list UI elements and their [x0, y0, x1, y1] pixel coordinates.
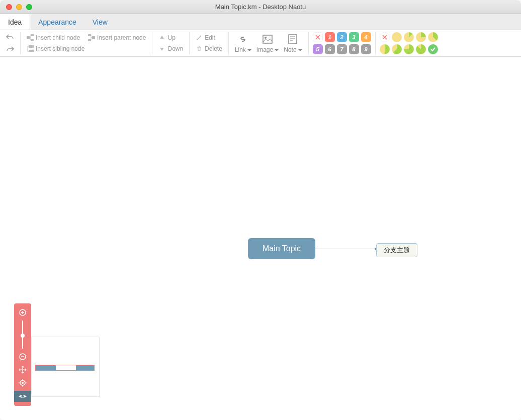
tab-idea[interactable]: Idea — [0, 14, 30, 30]
image-dropdown[interactable]: Image — [256, 33, 279, 53]
insert-sibling-button[interactable]: Insert sibling node — [25, 44, 148, 53]
chevron-down-icon — [298, 49, 302, 51]
image-icon — [262, 33, 274, 45]
zoom-out-button[interactable] — [18, 352, 28, 362]
chevron-down-icon — [275, 49, 279, 51]
move-up-button[interactable]: Up — [156, 33, 185, 42]
svg-rect-2 — [31, 39, 34, 41]
svg-rect-3 — [92, 36, 95, 39]
minimize-button[interactable] — [16, 4, 22, 10]
svg-rect-6 — [29, 45, 34, 48]
priority-9[interactable]: 9 — [361, 44, 371, 54]
trash-icon — [196, 45, 203, 52]
link-dropdown[interactable]: Link — [235, 33, 251, 53]
progress-3[interactable] — [428, 32, 438, 42]
pan-button[interactable] — [18, 365, 28, 375]
progress-1[interactable] — [404, 32, 414, 42]
progress-6[interactable] — [404, 44, 414, 54]
child-node[interactable]: 分支主题 — [376, 243, 417, 257]
priority-6[interactable]: 6 — [325, 44, 335, 54]
toggle-minimap-button[interactable] — [14, 391, 31, 402]
zoom-slider[interactable] — [22, 321, 23, 349]
priority-1[interactable]: 1 — [325, 32, 335, 42]
svg-rect-1 — [31, 34, 34, 36]
close-button[interactable] — [6, 4, 12, 10]
window-title: Main Topic.km - Desktop Naotu — [0, 3, 521, 11]
sibling-node-icon — [27, 45, 34, 52]
priority-3[interactable]: 3 — [349, 32, 359, 42]
progress-done[interactable] — [428, 44, 438, 54]
progress-4[interactable] — [380, 44, 390, 54]
arrow-up-icon — [158, 34, 165, 41]
svg-rect-0 — [27, 36, 30, 39]
note-dropdown[interactable]: Note — [284, 33, 302, 53]
edit-icon — [196, 34, 203, 41]
priority-2[interactable]: 2 — [337, 32, 347, 42]
mindmap-canvas[interactable]: Main Topic 分支主题 — [0, 66, 521, 420]
priority-4[interactable]: 4 — [361, 32, 371, 42]
zoom-in-button[interactable] — [18, 307, 28, 318]
priority-7[interactable]: 7 — [337, 44, 347, 54]
move-down-button[interactable]: Down — [156, 44, 185, 53]
root-node[interactable]: Main Topic — [248, 238, 315, 259]
tab-appearance[interactable]: Appearance — [30, 14, 84, 30]
note-icon — [287, 33, 299, 45]
delete-button[interactable]: Delete — [194, 44, 224, 53]
priority-clear[interactable] — [313, 32, 323, 42]
progress-7[interactable] — [416, 44, 426, 54]
minimap[interactable] — [31, 337, 100, 397]
svg-rect-5 — [88, 39, 91, 41]
priority-5[interactable]: 5 — [313, 44, 323, 54]
nav-panel — [14, 303, 31, 406]
link-icon — [237, 33, 249, 45]
progress-5[interactable] — [392, 44, 402, 54]
node-connector — [315, 249, 376, 250]
progress-clear[interactable] — [380, 32, 390, 42]
ribbon-tabs: Idea Appearance View — [0, 14, 521, 30]
child-node-icon — [27, 34, 34, 41]
toolbar: Insert child node Insert parent node Ins… — [0, 30, 521, 57]
svg-rect-4 — [88, 34, 91, 36]
progress-2[interactable] — [416, 32, 426, 42]
progress-0[interactable] — [392, 32, 402, 42]
progress-badges — [376, 32, 442, 54]
priority-badges: 1 2 3 4 5 6 7 8 9 — [309, 32, 376, 54]
minimap-viewport[interactable] — [35, 365, 95, 371]
titlebar: Main Topic.km - Desktop Naotu — [0, 0, 521, 14]
svg-rect-10 — [289, 35, 297, 44]
fullscreen-button[interactable] — [26, 4, 32, 10]
priority-8[interactable]: 8 — [349, 44, 359, 54]
locate-button[interactable] — [18, 378, 28, 388]
svg-rect-7 — [29, 50, 34, 52]
insert-parent-button[interactable]: Insert parent node — [86, 33, 148, 42]
arrow-down-icon — [158, 45, 165, 52]
tab-view[interactable]: View — [84, 14, 116, 30]
zoom-slider-thumb[interactable] — [21, 334, 25, 338]
svg-point-14 — [22, 382, 24, 384]
parent-node-icon — [88, 34, 95, 41]
window-controls — [0, 4, 32, 10]
insert-child-button[interactable]: Insert child node — [25, 33, 82, 42]
redo-button[interactable] — [4, 45, 16, 54]
undo-button[interactable] — [4, 33, 16, 42]
nav-tools — [14, 303, 31, 406]
svg-point-15 — [22, 395, 24, 398]
edit-button[interactable]: Edit — [194, 33, 224, 42]
svg-point-9 — [265, 37, 267, 39]
chevron-down-icon — [247, 49, 251, 51]
